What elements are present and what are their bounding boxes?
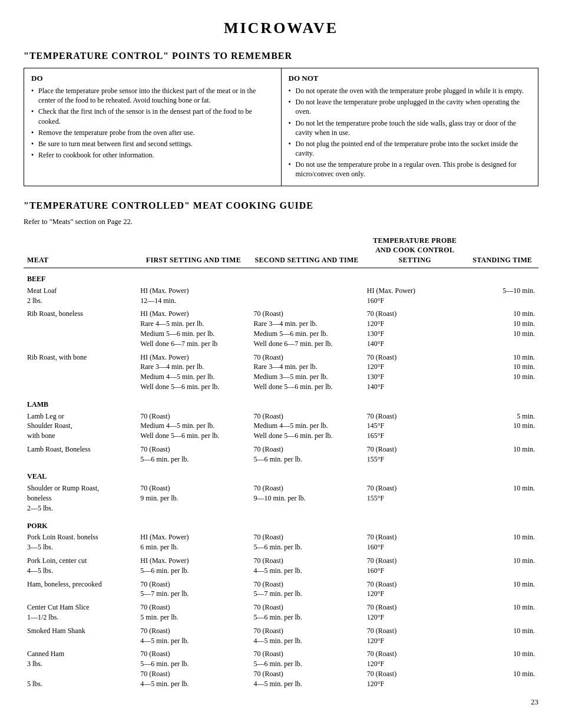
do-not-item: Do not let the temperature probe touch t… <box>289 118 531 137</box>
cell-second: 70 (Roast) 5—7 min. per lb. <box>250 578 363 601</box>
category-row: BEEF <box>24 268 538 284</box>
cell-meat: Lamb Leg or Shoulder Roast, with bone <box>24 410 137 443</box>
cell-standing: 10 min. 10 min. 10 min. <box>467 307 538 350</box>
cell-standing: 10 min. 10 min. <box>467 647 538 690</box>
do-not-list: Do not operate the oven with the tempera… <box>289 86 531 179</box>
cell-temp: 70 (Roast) 120°F <box>363 578 467 601</box>
cell-meat: Rib Roast, with bone <box>24 351 137 394</box>
do-not-item: Do not plug the pointed end of the tempe… <box>289 139 531 158</box>
do-not-title: DO NOT <box>289 73 531 84</box>
cell-first: HI (Max. Power) 5—6 min. per lb. <box>137 554 250 578</box>
cell-temp: 70 (Roast) 120°F 130°F 140°F <box>363 307 467 350</box>
cell-meat: Canned Ham 3 lbs. 5 lbs. <box>24 647 137 690</box>
do-not-column: DO NOT Do not operate the oven with the … <box>282 68 538 186</box>
do-title: DO <box>31 73 274 84</box>
cell-meat: Center Cut Ham Slice 1—1/2 lbs. <box>24 601 137 624</box>
cell-second: 70 (Roast) Medium 4—5 min. per lb. Well … <box>250 410 363 443</box>
cell-standing: 5 min. 10 min. <box>467 410 538 443</box>
cell-temp: 70 (Roast) 160°F <box>363 531 467 554</box>
category-row: LAMB <box>24 394 538 410</box>
section1-title: "TEMPERATURE CONTROL" POINTS TO REMEMBER <box>24 50 538 62</box>
do-list: Place the temperature probe sensor into … <box>31 86 274 160</box>
do-not-item: Do not operate the oven with the tempera… <box>289 86 531 95</box>
cell-standing: 10 min. <box>467 624 538 648</box>
category-row: VEAL <box>24 466 538 482</box>
do-item: Place the temperature probe sensor into … <box>31 86 274 105</box>
cell-standing: 10 min. <box>467 554 538 578</box>
table-row: Rib Roast, bonelessHI (Max. Power) Rare … <box>24 307 538 350</box>
cell-first: HI (Max. Power) Rare 3—4 min. per lb. Me… <box>137 351 250 394</box>
cell-first: 70 (Roast) Medium 4—5 min. per lb. Well … <box>137 410 250 443</box>
cell-meat: Rib Roast, boneless <box>24 307 137 350</box>
header-meat: MEAT <box>24 233 137 268</box>
cell-first: 70 (Roast) 5—6 min. per lb. 70 (Roast) 4… <box>137 647 250 690</box>
table-row: Meat Loaf 2 lbs.HI (Max. Power) 12—14 mi… <box>24 284 538 308</box>
cell-first: 70 (Roast) 5—7 min. per lb. <box>137 578 250 601</box>
cell-standing: 10 min. <box>467 578 538 601</box>
do-column: DO Place the temperature probe sensor in… <box>24 68 282 186</box>
cell-standing: 10 min. <box>467 531 538 554</box>
page-number: 23 <box>24 697 538 707</box>
cell-temp: 70 (Roast) 145°F 165°F <box>363 410 467 443</box>
do-item: Be sure to turn meat between first and s… <box>31 139 274 149</box>
cell-standing: 10 min. <box>467 443 538 466</box>
cell-second: 70 (Roast) 4—5 min. per lb. <box>250 554 363 578</box>
cell-standing: 5—10 min. <box>467 284 538 308</box>
refer-text: Refer to "Meats" section on Page 22. <box>24 217 538 228</box>
cell-temp: 70 (Roast) 120°F 130°F 140°F <box>363 351 467 394</box>
cell-second: 70 (Roast) 5—6 min. per lb. <box>250 531 363 554</box>
table-row: Ham, boneless, precooked70 (Roast) 5—7 m… <box>24 578 538 601</box>
cell-first: 70 (Roast) 5 min. per lb. <box>137 601 250 624</box>
do-not-item: Do not use the temperature probe in a re… <box>289 160 531 179</box>
cooking-guide-section: "TEMPERATURE CONTROLLED" MEAT COOKING GU… <box>24 199 538 691</box>
table-row: Canned Ham 3 lbs. 5 lbs.70 (Roast) 5—6 m… <box>24 647 538 690</box>
do-item: Remove the temperature probe from the ov… <box>31 128 274 137</box>
cell-temp: 70 (Roast) 120°F <box>363 601 467 624</box>
cell-meat: Pork Loin, center cut 4—5 lbs. <box>24 554 137 578</box>
cell-first: HI (Max. Power) 6 min. per lb. <box>137 531 250 554</box>
do-not-item: Do not leave the temperature probe unplu… <box>289 97 531 116</box>
cell-temp: 70 (Roast) 155°F <box>363 443 467 466</box>
cell-meat: Smoked Ham Shank <box>24 624 137 648</box>
do-item: Check that the first inch of the sensor … <box>31 107 274 126</box>
do-table: DO Place the temperature probe sensor in… <box>24 68 538 186</box>
category-cell: PORK <box>24 515 538 531</box>
cell-meat: Lamb Roast, Boneless <box>24 443 137 466</box>
cell-standing: 10 min. 10 min. 10 min. <box>467 351 538 394</box>
section2-title: "TEMPERATURE CONTROLLED" MEAT COOKING GU… <box>24 199 538 212</box>
do-item: Refer to cookbook for other information. <box>31 150 274 160</box>
cell-first: 70 (Roast) 4—5 min. per lb. <box>137 624 250 648</box>
header-standing: STANDING TIME <box>467 233 538 268</box>
cell-standing: 10 min. <box>467 601 538 624</box>
cell-meat: Shoulder or Rump Roast, boneless 2—5 lbs… <box>24 482 137 515</box>
table-row: Shoulder or Rump Roast, boneless 2—5 lbs… <box>24 482 538 515</box>
header-second: SECOND SETTING AND TIME <box>250 233 363 268</box>
table-row: Pork Loin, center cut 4—5 lbs.HI (Max. P… <box>24 554 538 578</box>
cell-second: 70 (Roast) 5—6 min. per lb. <box>250 443 363 466</box>
cell-temp: 70 (Roast) 120°F <box>363 624 467 648</box>
table-row: Rib Roast, with boneHI (Max. Power) Rare… <box>24 351 538 394</box>
cell-second: 70 (Roast) 5—6 min. per lb. 70 (Roast) 4… <box>250 647 363 690</box>
cell-meat: Ham, boneless, precooked <box>24 578 137 601</box>
cell-second: 70 (Roast) 5—6 min. per lb. <box>250 601 363 624</box>
cell-second <box>250 284 363 308</box>
cell-second: 70 (Roast) 4—5 min. per lb. <box>250 624 363 648</box>
cell-first: 70 (Roast) 9 min. per lb. <box>137 482 250 515</box>
cell-first: HI (Max. Power) Rare 4—5 min. per lb. Me… <box>137 307 250 350</box>
cell-temp: 70 (Roast) 155°F <box>363 482 467 515</box>
cell-second: 70 (Roast) 9—10 min. per lb. <box>250 482 363 515</box>
header-first: FIRST SETTING AND TIME <box>137 233 250 268</box>
header-temp: TEMPERATURE PROBE AND COOK CONTROL SETTI… <box>363 233 467 268</box>
category-cell: VEAL <box>24 466 538 482</box>
cell-temp: 70 (Roast) 160°F <box>363 554 467 578</box>
cell-meat: Pork Loin Roast. bonelss 3—5 lbs. <box>24 531 137 554</box>
table-row: Pork Loin Roast. bonelss 3—5 lbs.HI (Max… <box>24 531 538 554</box>
cooking-table: MEAT FIRST SETTING AND TIME SECOND SETTI… <box>24 233 538 691</box>
cell-second: 70 (Roast) Rare 3—4 min. per lb. Medium … <box>250 351 363 394</box>
page-title: MICROWAVE <box>24 18 538 39</box>
cell-second: 70 (Roast) Rare 3—4 min. per lb. Medium … <box>250 307 363 350</box>
cell-first: HI (Max. Power) 12—14 min. <box>137 284 250 308</box>
cell-meat: Meat Loaf 2 lbs. <box>24 284 137 308</box>
category-cell: LAMB <box>24 394 538 410</box>
cell-standing: 10 min. <box>467 482 538 515</box>
